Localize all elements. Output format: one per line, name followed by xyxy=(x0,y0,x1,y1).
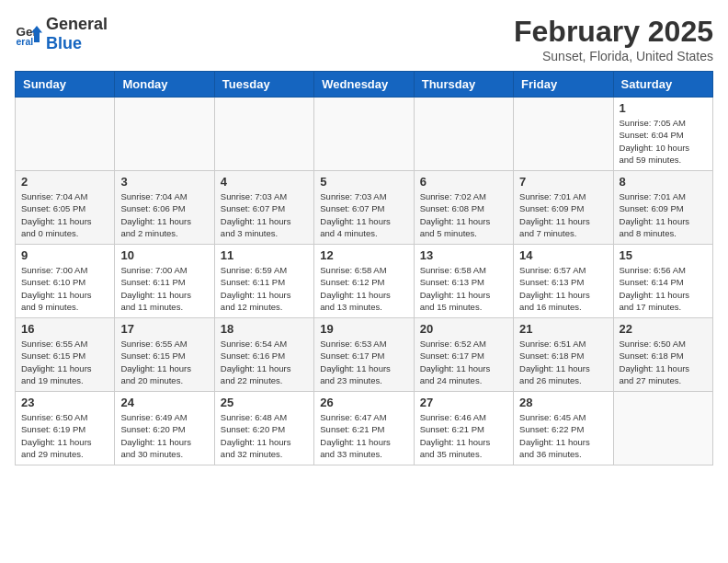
logo-text-general: General xyxy=(46,15,108,33)
calendar-cell xyxy=(514,98,613,171)
logo-icon: Gen eral xyxy=(15,20,42,48)
week-row-2: 9Sunrise: 7:00 AM Sunset: 6:10 PM Daylig… xyxy=(16,245,713,318)
calendar-cell xyxy=(613,392,712,465)
calendar-cell: 28Sunrise: 6:45 AM Sunset: 6:22 PM Dayli… xyxy=(514,392,613,465)
calendar-cell: 3Sunrise: 7:04 AM Sunset: 6:06 PM Daylig… xyxy=(115,171,214,245)
calendar-cell: 8Sunrise: 7:01 AM Sunset: 6:09 PM Daylig… xyxy=(613,171,712,245)
day-info: Sunrise: 6:58 AM Sunset: 6:13 PM Dayligh… xyxy=(420,264,507,313)
calendar-cell: 27Sunrise: 6:46 AM Sunset: 6:21 PM Dayli… xyxy=(414,392,513,465)
day-number: 28 xyxy=(519,396,607,409)
calendar-cell: 23Sunrise: 6:50 AM Sunset: 6:19 PM Dayli… xyxy=(16,392,115,465)
day-number: 17 xyxy=(120,322,208,336)
day-info: Sunrise: 6:49 AM Sunset: 6:20 PM Dayligh… xyxy=(120,411,208,460)
day-info: Sunrise: 7:03 AM Sunset: 6:07 PM Dayligh… xyxy=(221,190,308,239)
header-wednesday: Wednesday xyxy=(314,72,414,98)
day-info: Sunrise: 6:47 AM Sunset: 6:21 PM Dayligh… xyxy=(320,411,407,460)
calendar-cell: 25Sunrise: 6:48 AM Sunset: 6:20 PM Dayli… xyxy=(214,392,313,465)
day-number: 21 xyxy=(519,322,607,336)
week-row-0: 1Sunrise: 7:05 AM Sunset: 6:04 PM Daylig… xyxy=(16,98,713,171)
day-number: 20 xyxy=(420,322,507,336)
calendar-cell: 4Sunrise: 7:03 AM Sunset: 6:07 PM Daylig… xyxy=(214,171,313,245)
header-monday: Monday xyxy=(115,72,214,98)
calendar-cell: 12Sunrise: 6:58 AM Sunset: 6:12 PM Dayli… xyxy=(314,245,414,318)
calendar-cell: 10Sunrise: 7:00 AM Sunset: 6:11 PM Dayli… xyxy=(115,245,214,318)
calendar-cell xyxy=(16,98,115,171)
day-number: 19 xyxy=(320,322,407,336)
day-info: Sunrise: 7:00 AM Sunset: 6:10 PM Dayligh… xyxy=(21,264,108,313)
day-number: 22 xyxy=(620,322,707,336)
day-number: 5 xyxy=(320,175,407,189)
svg-text:eral: eral xyxy=(17,36,34,47)
header-tuesday: Tuesday xyxy=(214,72,313,98)
day-number: 2 xyxy=(21,175,108,189)
calendar-header-row: Sunday Monday Tuesday Wednesday Thursday… xyxy=(16,72,713,98)
day-info: Sunrise: 6:50 AM Sunset: 6:19 PM Dayligh… xyxy=(21,411,108,460)
month-title: February 2025 xyxy=(514,15,713,49)
day-info: Sunrise: 6:51 AM Sunset: 6:18 PM Dayligh… xyxy=(519,338,607,386)
header-saturday: Saturday xyxy=(613,72,712,98)
day-number: 14 xyxy=(519,248,607,262)
calendar-cell: 18Sunrise: 6:54 AM Sunset: 6:16 PM Dayli… xyxy=(214,318,313,392)
calendar-cell: 9Sunrise: 7:00 AM Sunset: 6:10 PM Daylig… xyxy=(16,245,115,318)
day-info: Sunrise: 6:50 AM Sunset: 6:18 PM Dayligh… xyxy=(620,338,707,386)
calendar-cell: 13Sunrise: 6:58 AM Sunset: 6:13 PM Dayli… xyxy=(414,245,513,318)
day-number: 1 xyxy=(620,101,707,115)
calendar-cell: 21Sunrise: 6:51 AM Sunset: 6:18 PM Dayli… xyxy=(514,318,613,392)
day-info: Sunrise: 6:45 AM Sunset: 6:22 PM Dayligh… xyxy=(519,411,607,460)
day-number: 8 xyxy=(620,175,707,189)
day-info: Sunrise: 6:46 AM Sunset: 6:21 PM Dayligh… xyxy=(420,411,507,460)
calendar-cell: 17Sunrise: 6:55 AM Sunset: 6:15 PM Dayli… xyxy=(115,318,214,392)
calendar-cell: 22Sunrise: 6:50 AM Sunset: 6:18 PM Dayli… xyxy=(613,318,712,392)
day-number: 18 xyxy=(221,322,308,336)
day-number: 15 xyxy=(620,248,707,262)
week-row-4: 23Sunrise: 6:50 AM Sunset: 6:19 PM Dayli… xyxy=(16,392,713,465)
calendar-cell: 14Sunrise: 6:57 AM Sunset: 6:13 PM Dayli… xyxy=(514,245,613,318)
day-info: Sunrise: 7:00 AM Sunset: 6:11 PM Dayligh… xyxy=(120,264,208,313)
calendar-cell xyxy=(115,98,214,171)
day-info: Sunrise: 6:52 AM Sunset: 6:17 PM Dayligh… xyxy=(420,338,507,386)
day-info: Sunrise: 7:01 AM Sunset: 6:09 PM Dayligh… xyxy=(519,190,607,239)
calendar-cell: 6Sunrise: 7:02 AM Sunset: 6:08 PM Daylig… xyxy=(414,171,513,245)
day-info: Sunrise: 7:04 AM Sunset: 6:05 PM Dayligh… xyxy=(21,190,108,239)
day-number: 16 xyxy=(21,322,108,336)
calendar-cell: 15Sunrise: 6:56 AM Sunset: 6:14 PM Dayli… xyxy=(613,245,712,318)
location: Sunset, Florida, United States xyxy=(514,49,713,63)
day-number: 6 xyxy=(420,175,507,189)
day-number: 10 xyxy=(120,248,208,262)
calendar-cell: 24Sunrise: 6:49 AM Sunset: 6:20 PM Dayli… xyxy=(115,392,214,465)
calendar-cell: 20Sunrise: 6:52 AM Sunset: 6:17 PM Dayli… xyxy=(414,318,513,392)
calendar-cell: 11Sunrise: 6:59 AM Sunset: 6:11 PM Dayli… xyxy=(214,245,313,318)
day-number: 12 xyxy=(320,248,407,262)
logo-text-blue: Blue xyxy=(46,34,82,52)
title-block: February 2025 Sunset, Florida, United St… xyxy=(514,15,713,63)
calendar-cell: 26Sunrise: 6:47 AM Sunset: 6:21 PM Dayli… xyxy=(314,392,414,465)
calendar-cell: 5Sunrise: 7:03 AM Sunset: 6:07 PM Daylig… xyxy=(314,171,414,245)
header-friday: Friday xyxy=(514,72,613,98)
day-info: Sunrise: 6:48 AM Sunset: 6:20 PM Dayligh… xyxy=(221,411,308,460)
week-row-1: 2Sunrise: 7:04 AM Sunset: 6:05 PM Daylig… xyxy=(16,171,713,245)
calendar-cell: 19Sunrise: 6:53 AM Sunset: 6:17 PM Dayli… xyxy=(314,318,414,392)
day-info: Sunrise: 6:57 AM Sunset: 6:13 PM Dayligh… xyxy=(519,264,607,313)
day-number: 11 xyxy=(221,248,308,262)
calendar-cell xyxy=(214,98,313,171)
day-number: 3 xyxy=(120,175,208,189)
day-info: Sunrise: 7:01 AM Sunset: 6:09 PM Dayligh… xyxy=(620,190,707,239)
day-number: 26 xyxy=(320,396,407,409)
day-number: 9 xyxy=(21,248,108,262)
day-info: Sunrise: 6:58 AM Sunset: 6:12 PM Dayligh… xyxy=(320,264,407,313)
day-number: 24 xyxy=(120,396,208,409)
day-number: 7 xyxy=(519,175,607,189)
header-sunday: Sunday xyxy=(16,72,115,98)
calendar-cell xyxy=(314,98,414,171)
day-number: 27 xyxy=(420,396,507,409)
calendar-table: Sunday Monday Tuesday Wednesday Thursday… xyxy=(15,71,713,465)
day-info: Sunrise: 7:02 AM Sunset: 6:08 PM Dayligh… xyxy=(420,190,507,239)
calendar-cell: 16Sunrise: 6:55 AM Sunset: 6:15 PM Dayli… xyxy=(16,318,115,392)
day-number: 23 xyxy=(21,396,108,409)
header-thursday: Thursday xyxy=(414,72,513,98)
week-row-3: 16Sunrise: 6:55 AM Sunset: 6:15 PM Dayli… xyxy=(16,318,713,392)
day-info: Sunrise: 6:56 AM Sunset: 6:14 PM Dayligh… xyxy=(620,264,707,313)
day-info: Sunrise: 7:05 AM Sunset: 6:04 PM Dayligh… xyxy=(620,117,707,166)
day-info: Sunrise: 6:55 AM Sunset: 6:15 PM Dayligh… xyxy=(120,338,208,386)
calendar-cell xyxy=(414,98,513,171)
